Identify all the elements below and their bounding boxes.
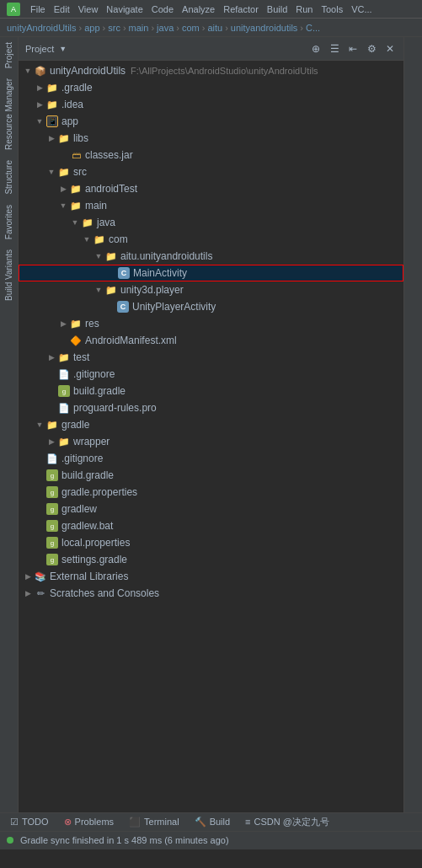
tree-item-app-folder[interactable]: ▼📱app	[19, 113, 403, 130]
tree-arrow-test-folder[interactable]: ▶	[45, 353, 57, 362]
tab-csdn[interactable]: ≡ CSDN @决定九号	[238, 814, 336, 830]
tree-arrow-idea-folder[interactable]: ▶	[34, 100, 45, 109]
tree-item-unity-player-activity[interactable]: CUnityPlayerActivity	[19, 298, 403, 315]
tree-arrow-scratches[interactable]: ▶	[22, 589, 34, 597]
tree-arrow-app-folder[interactable]: ▼	[34, 117, 45, 126]
tree-item-settings-gradle[interactable]: gsettings.gradle	[19, 551, 403, 568]
tree-item-res-folder[interactable]: ▶📁res	[19, 315, 403, 332]
terminal-icon: ⬛	[129, 817, 141, 828]
menu-view[interactable]: View	[78, 4, 99, 14]
tree-label-classes-jar: classes.jar	[85, 149, 133, 161]
tree-item-src-folder[interactable]: ▼📁src	[19, 163, 403, 180]
tree-item-gradlew[interactable]: ggradlew	[19, 501, 403, 517]
locate-icon[interactable]: ⊕	[309, 42, 323, 56]
tree-item-com-folder[interactable]: ▼📁com	[19, 231, 403, 248]
panel-actions: ⊕ ☰ ⇤ ⚙ ✕	[309, 42, 397, 56]
left-tab-favorites[interactable]: Favorites	[3, 200, 15, 244]
tree-item-build-gradle1[interactable]: gbuild.gradle	[19, 383, 403, 399]
tree-item-aitu-folder[interactable]: ▼📁aitu.unityandroidutils	[19, 248, 403, 265]
menu-analyze[interactable]: Analyze	[182, 4, 215, 14]
breadcrumb-item-2[interactable]: src	[108, 23, 120, 33]
tree-label-res-folder: res	[85, 318, 99, 330]
left-tab-build-variants[interactable]: Build Variants	[3, 244, 15, 306]
menu-build[interactable]: Build	[267, 4, 287, 14]
tree-item-scratches[interactable]: ▶✏Scratches and Consoles	[19, 585, 403, 602]
tree-arrow-wrapper-folder[interactable]: ▶	[45, 437, 57, 446]
menu-run[interactable]: Run	[296, 4, 312, 14]
breadcrumb-item-1[interactable]: app	[84, 23, 99, 33]
menu-edit[interactable]: Edit	[54, 4, 70, 14]
menu-navigate[interactable]: Navigate	[106, 4, 142, 14]
breadcrumb-item-0[interactable]: unityAndroidUtils	[7, 23, 77, 33]
tree-item-test-folder[interactable]: ▶📁test	[19, 349, 403, 366]
tree-arrow-gradle-folder2[interactable]: ▼	[34, 421, 45, 429]
tree-item-androidtest-folder[interactable]: ▶📁androidTest	[19, 180, 403, 197]
tree-arrow-com-folder[interactable]: ▼	[81, 235, 93, 244]
menu-tools[interactable]: Tools	[321, 4, 343, 14]
tree-item-proguard[interactable]: 📄proguard-rules.pro	[19, 399, 403, 416]
breadcrumb-item-8[interactable]: C...	[306, 23, 320, 33]
tree-item-gitignore2[interactable]: 📄.gitignore	[19, 450, 403, 467]
collapse-all-icon[interactable]: ⇤	[346, 42, 360, 56]
menu-code[interactable]: Code	[152, 4, 174, 14]
tree-arrow-main-folder[interactable]: ▼	[57, 201, 69, 210]
tab-build[interactable]: 🔨 Build	[188, 815, 237, 829]
breadcrumb-item-5[interactable]: com	[182, 23, 200, 33]
breadcrumb-item-4[interactable]: java	[157, 23, 174, 33]
tree-item-external-libs[interactable]: ▶📚External Libraries	[19, 568, 403, 585]
tree-arrow-java-folder[interactable]: ▼	[69, 218, 81, 227]
tree-label-gitignore2: .gitignore	[61, 453, 103, 464]
left-tab-resource[interactable]: Resource Manager	[3, 73, 15, 155]
tree-item-gradlew-bat[interactable]: ggradlew.bat	[19, 517, 403, 534]
panel-dropdown-icon[interactable]: ▼	[59, 45, 67, 53]
tree-item-unity3d-folder[interactable]: ▼📁unity3d.player	[19, 281, 403, 298]
tree-label-scratches: Scratches and Consoles	[50, 587, 159, 599]
tree-arrow-gradle-folder[interactable]: ▶	[34, 83, 45, 92]
tree-item-gradle-folder[interactable]: ▶📁.gradle	[19, 79, 403, 96]
tree-icon-gitignore1: 📄	[57, 367, 71, 381]
tree-item-build-gradle2[interactable]: gbuild.gradle	[19, 467, 403, 484]
tree-area[interactable]: ▼📦unityAndroidUtilsF:\AllProjects\Androi…	[19, 61, 403, 812]
tree-arrow-unity3d-folder[interactable]: ▼	[93, 286, 104, 294]
tree-label-unity-player-activity: UnityPlayerActivity	[132, 301, 216, 313]
menu-vc[interactable]: VC...	[351, 4, 371, 14]
scroll-icon[interactable]: ☰	[328, 42, 341, 56]
tree-item-android-manifest[interactable]: 🔶AndroidManifest.xml	[19, 332, 403, 349]
tree-item-gradle-properties[interactable]: ggradle.properties	[19, 484, 403, 501]
left-tab-project[interactable]: Project	[3, 37, 15, 73]
breadcrumb-item-7[interactable]: unityandroidutils	[231, 23, 298, 33]
tree-item-main-folder[interactable]: ▼📁main	[19, 197, 403, 214]
breadcrumb-item-3[interactable]: main	[129, 23, 149, 33]
tree-arrow-androidtest-folder[interactable]: ▶	[57, 185, 69, 193]
tab-terminal[interactable]: ⬛ Terminal	[122, 815, 186, 829]
tree-item-wrapper-folder[interactable]: ▶📁wrapper	[19, 433, 403, 450]
tree-icon-res-folder: 📁	[69, 317, 83, 330]
tree-icon-settings-gradle: g	[45, 553, 59, 566]
tree-item-local-properties[interactable]: glocal.properties	[19, 534, 403, 551]
close-icon[interactable]: ✕	[383, 42, 397, 56]
tab-todo[interactable]: ☑ TODO	[3, 815, 56, 829]
tree-item-gradle-folder2[interactable]: ▼📁gradle	[19, 416, 403, 433]
menu-refactor[interactable]: Refactor	[223, 4, 259, 14]
menu-file[interactable]: File	[30, 4, 45, 14]
tree-arrow-root[interactable]: ▼	[22, 67, 34, 75]
tree-item-root[interactable]: ▼📦unityAndroidUtilsF:\AllProjects\Androi…	[19, 62, 403, 79]
gear-icon[interactable]: ⚙	[365, 42, 378, 56]
tree-arrow-src-folder[interactable]: ▼	[45, 168, 57, 176]
tree-item-classes-jar[interactable]: 🗃classes.jar	[19, 147, 403, 163]
tree-arrow-res-folder[interactable]: ▶	[57, 319, 69, 328]
tree-item-gitignore1[interactable]: 📄.gitignore	[19, 366, 403, 383]
tree-arrow-external-libs[interactable]: ▶	[22, 572, 34, 581]
tree-icon-build-gradle1: g	[57, 384, 71, 398]
tree-arrow-libs-folder[interactable]: ▶	[45, 134, 57, 142]
tree-item-idea-folder[interactable]: ▶📁.idea	[19, 96, 403, 113]
tree-item-libs-folder[interactable]: ▶📁libs	[19, 130, 403, 147]
tab-problems[interactable]: ⊗ Problems	[57, 815, 120, 829]
left-tab-structure[interactable]: Structure	[3, 155, 15, 200]
tree-label-androidtest-folder: androidTest	[85, 183, 137, 195]
breadcrumb-item-6[interactable]: aitu	[207, 23, 222, 33]
tree-item-java-folder[interactable]: ▼📁java	[19, 214, 403, 231]
tree-item-main-activity[interactable]: CMainActivity	[19, 265, 403, 281]
left-panel-tabs: Project Resource Manager Structure Favor…	[0, 37, 19, 812]
tree-arrow-aitu-folder[interactable]: ▼	[93, 252, 104, 260]
